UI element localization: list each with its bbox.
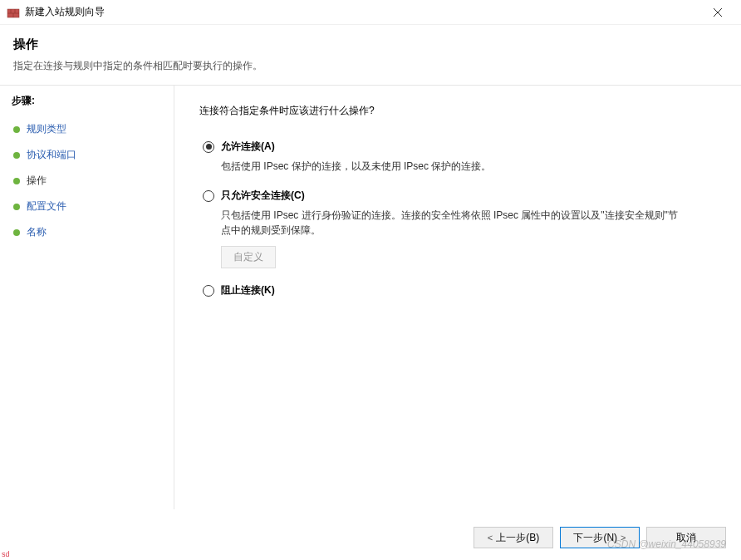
step-label: 名称: [27, 225, 47, 239]
titlebar: 新建入站规则向导: [0, 0, 741, 25]
wizard-header: 操作 指定在连接与规则中指定的条件相匹配时要执行的操作。: [0, 25, 741, 85]
radio-allow-secure[interactable]: 只允许安全连接(C): [203, 189, 716, 203]
back-label: 上一步(B): [496, 531, 539, 545]
page-title: 操作: [13, 37, 728, 52]
bullet-icon: [13, 204, 20, 210]
radio-label: 阻止连接(K): [221, 283, 275, 297]
step-label: 规则类型: [27, 122, 66, 136]
action-radio-group: 允许连接(A) 包括使用 IPsec 保护的连接，以及未使用 IPsec 保护的…: [203, 140, 716, 297]
radio-icon: [203, 141, 214, 153]
close-icon: [714, 8, 722, 17]
step-profile[interactable]: 配置文件: [12, 194, 162, 219]
option-allow-desc: 包括使用 IPsec 保护的连接，以及未使用 IPsec 保护的连接。: [221, 159, 686, 174]
step-label: 配置文件: [27, 199, 66, 214]
step-action[interactable]: 操作: [12, 168, 162, 194]
step-protocol-port[interactable]: 协议和端口: [12, 142, 162, 168]
option-block: 阻止连接(K): [203, 283, 716, 297]
radio-allow[interactable]: 允许连接(A): [203, 140, 716, 154]
wizard-footer: < 上一步(B) 下一步(N) > 取消: [0, 515, 741, 560]
next-button[interactable]: 下一步(N) >: [560, 527, 640, 548]
action-question: 连接符合指定条件时应该进行什么操作?: [199, 104, 716, 118]
option-allow-secure-desc: 只包括使用 IPsec 进行身份验证的连接。连接的安全性将依照 IPsec 属性…: [221, 208, 686, 238]
radio-label: 只允许安全连接(C): [221, 189, 305, 203]
bullet-icon: [13, 126, 20, 133]
chevron-right-icon: >: [621, 533, 626, 543]
step-label: 操作: [27, 174, 47, 188]
steps-sidebar: 步骤: 规则类型 协议和端口 操作 配置文件 名称: [0, 86, 174, 509]
radio-label: 允许连接(A): [221, 140, 275, 154]
step-name[interactable]: 名称: [12, 219, 162, 245]
steps-title: 步骤:: [12, 94, 162, 108]
radio-icon: [203, 190, 214, 202]
step-label: 协议和端口: [27, 148, 76, 162]
chevron-left-icon: <: [488, 533, 493, 543]
wizard-content: 步骤: 规则类型 协议和端口 操作 配置文件 名称 连接符合指定条件时应该进行什…: [0, 86, 741, 509]
option-allow: 允许连接(A) 包括使用 IPsec 保护的连接，以及未使用 IPsec 保护的…: [203, 140, 716, 174]
back-button[interactable]: < 上一步(B): [474, 527, 553, 548]
customize-button: 自定义: [221, 246, 276, 268]
radio-block[interactable]: 阻止连接(K): [203, 283, 716, 297]
page-subtitle: 指定在连接与规则中指定的条件相匹配时要执行的操作。: [13, 59, 728, 73]
step-rule-type[interactable]: 规则类型: [12, 116, 162, 142]
close-button[interactable]: [701, 1, 734, 24]
bullet-icon: [13, 229, 20, 236]
main-pane: 连接符合指定条件时应该进行什么操作? 允许连接(A) 包括使用 IPsec 保护…: [174, 86, 741, 509]
window-title: 新建入站规则向导: [25, 5, 701, 19]
radio-icon: [203, 285, 214, 297]
bullet-icon: [13, 178, 20, 184]
cancel-button[interactable]: 取消: [646, 527, 726, 548]
bullet-icon: [13, 152, 20, 159]
firewall-icon: [7, 6, 20, 19]
option-allow-secure: 只允许安全连接(C) 只包括使用 IPsec 进行身份验证的连接。连接的安全性将…: [203, 189, 716, 268]
next-label: 下一步(N): [573, 531, 617, 545]
